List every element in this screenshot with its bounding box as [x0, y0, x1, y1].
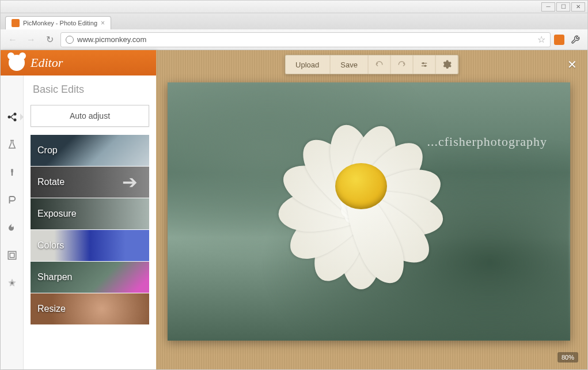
tool-tab-textures[interactable]: [5, 276, 19, 290]
tab-close-button[interactable]: ×: [101, 19, 105, 27]
nav-back-button[interactable]: ←: [5, 32, 20, 47]
tool-tab-effects[interactable]: [5, 138, 19, 152]
sliders-icon[interactable]: [414, 55, 436, 74]
edit-item-label: Resize: [37, 304, 66, 314]
nav-forward-button[interactable]: →: [24, 32, 39, 47]
window-controls: ─ ☐ ✕: [1, 1, 587, 13]
photo-watermark: ...cfisherphotography: [427, 134, 547, 149]
app-title: Editor: [31, 55, 63, 70]
edit-item-rotate[interactable]: Rotate: [31, 167, 149, 198]
sidebar-header: Editor: [1, 50, 156, 75]
auto-adjust-button[interactable]: Auto adjust: [31, 105, 149, 127]
svg-rect-8: [8, 251, 16, 259]
browser-tab-bar: PicMonkey - Photo Editing ×: [1, 13, 587, 29]
undo-button[interactable]: [369, 55, 391, 74]
svg-line-4: [10, 117, 13, 119]
canvas-area: Upload Save ✕: [156, 50, 587, 369]
panel-title: Basic Edits: [31, 84, 149, 96]
edit-item-label: Colors: [37, 240, 64, 251]
edit-item-exposure[interactable]: Exposure: [31, 198, 149, 229]
svg-point-13: [423, 63, 424, 64]
svg-line-3: [10, 115, 13, 117]
svg-point-1: [13, 113, 16, 116]
browser-tab[interactable]: PicMonkey - Photo Editing ×: [5, 16, 111, 29]
tool-tabs: [1, 75, 24, 369]
redo-button[interactable]: [391, 55, 414, 74]
browser-settings-icon[interactable]: [568, 32, 583, 47]
nav-reload-button[interactable]: ↻: [42, 32, 57, 47]
edit-item-resize[interactable]: Resize: [31, 293, 149, 324]
edit-item-label: Rotate: [37, 177, 65, 187]
window-minimize-button[interactable]: ─: [541, 2, 555, 12]
zoom-indicator[interactable]: 80%: [557, 352, 578, 363]
edit-item-colors[interactable]: Colors: [31, 230, 149, 261]
edit-item-label: Exposure: [37, 209, 77, 219]
svg-point-10: [10, 282, 13, 285]
save-button[interactable]: Save: [330, 55, 369, 74]
app-logo-icon: [9, 55, 25, 71]
bookmark-star-icon[interactable]: ☆: [537, 34, 545, 45]
edit-item-label: Crop: [37, 145, 58, 156]
url-text: www.picmonkey.com: [77, 35, 534, 44]
extension-picmonkey-icon[interactable]: [554, 35, 564, 45]
window-maximize-button[interactable]: ☐: [556, 2, 570, 12]
tab-favicon-icon: [12, 19, 20, 27]
svg-point-0: [7, 116, 10, 119]
tool-tab-text[interactable]: [5, 193, 19, 207]
tool-tab-basic-edits[interactable]: [5, 110, 19, 124]
tab-title: PicMonkey - Photo Editing: [23, 20, 97, 27]
photo-canvas[interactable]: ...cfisherphotography: [168, 82, 570, 341]
svg-point-2: [13, 119, 16, 122]
edit-panel: Basic Edits Auto adjust Crop Rotate Expo…: [24, 75, 156, 369]
window-close-button[interactable]: ✕: [571, 2, 585, 12]
svg-rect-9: [10, 253, 14, 258]
edit-item-crop[interactable]: Crop: [31, 135, 149, 166]
top-toolbar: Upload Save: [284, 55, 459, 74]
globe-icon: [66, 36, 74, 44]
upload-button[interactable]: Upload: [285, 55, 330, 74]
svg-rect-7: [11, 172, 12, 176]
sidebar: Editor: [1, 50, 156, 369]
edit-item-label: Sharpen: [37, 272, 73, 282]
edit-item-sharpen[interactable]: Sharpen: [31, 262, 149, 293]
tool-tab-touch-up[interactable]: [5, 165, 19, 179]
url-bar[interactable]: www.picmonkey.com ☆: [60, 32, 551, 47]
close-canvas-button[interactable]: ✕: [566, 58, 578, 71]
tool-tab-frames[interactable]: [5, 248, 19, 262]
browser-nav-bar: ← → ↻ www.picmonkey.com ☆: [1, 29, 587, 50]
settings-gear-icon[interactable]: [436, 55, 458, 74]
svg-rect-6: [11, 169, 13, 172]
tool-tab-overlays[interactable]: [5, 221, 19, 235]
svg-point-14: [425, 65, 426, 66]
